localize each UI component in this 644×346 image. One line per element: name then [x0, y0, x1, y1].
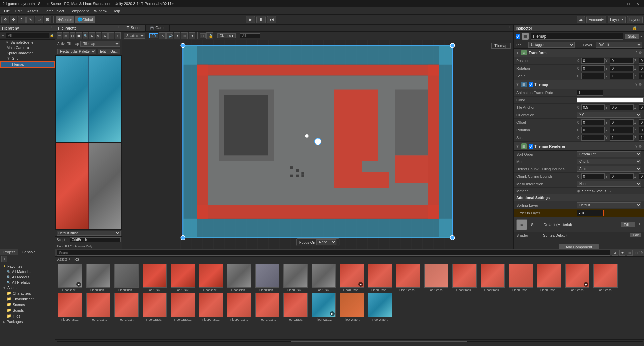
color-swatch[interactable] — [577, 97, 644, 103]
breadcrumb-tiles[interactable]: Tiles — [72, 257, 79, 261]
order-in-layer-input[interactable] — [577, 210, 604, 216]
asset-floorbrick-9[interactable]: FloorBrick... — [282, 264, 309, 292]
tile-anchor-y-input[interactable] — [610, 104, 634, 110]
hierarchy-search-input[interactable] — [6, 33, 49, 38]
inspector-lock-icon[interactable]: 🔒 — [632, 26, 637, 30]
project-packages-header[interactable]: ▶ Packages — [0, 319, 55, 324]
menu-window[interactable]: Window — [91, 8, 110, 14]
light-toggle-btn[interactable]: ☀ — [159, 32, 166, 39]
tilemap-renderer-header[interactable]: ▼ ▦ Tilemap Renderer ? ⚙ — [514, 142, 644, 151]
asset-floorgrass-3[interactable]: FloorGrass... — [423, 264, 450, 292]
scene-canvas[interactable]: Tilemap Focus On None — [122, 40, 513, 249]
pause-button[interactable]: ⏸ — [256, 16, 266, 23]
tilemap-enabled-checkbox[interactable] — [529, 82, 533, 87]
asset-floorgrass-17[interactable]: FloorGrass... — [254, 293, 281, 321]
asset-floorbrick-5[interactable]: FloorBrick... — [169, 264, 196, 292]
snap-btn[interactable]: 🔒 — [206, 32, 213, 39]
pivot-center-button[interactable]: ⊙ Center — [56, 16, 74, 23]
brush-rotate-right-btn[interactable]: ↻ — [102, 32, 108, 39]
menu-help[interactable]: Help — [110, 8, 123, 14]
active-tilemap-select[interactable]: Tilemap — [80, 41, 120, 47]
order-in-layer-row[interactable]: Order in Layer — [514, 209, 644, 217]
2d-view-btn[interactable]: 2D — [149, 33, 158, 38]
layer-select[interactable]: Default — [596, 42, 642, 48]
project-favorites-header[interactable]: ★ Favorites — [0, 263, 55, 269]
tilemap-rotation-y-input[interactable] — [610, 127, 634, 133]
hierarchy-item-tilemap[interactable]: Tilemap — [0, 61, 55, 68]
asset-floorgrass-4[interactable]: FloorGrass... — [451, 264, 478, 292]
mask-interaction-select[interactable]: None — [577, 181, 641, 187]
asset-floorgrass-9[interactable]: FloorGrass... — [592, 264, 619, 292]
brush-flip-h-btn[interactable]: ↔ — [108, 32, 114, 39]
focus-select[interactable]: None — [316, 239, 336, 245]
sorting-layer-select[interactable]: Default — [577, 202, 641, 208]
asset-floorgrass-18[interactable]: FloorGrass... — [282, 293, 309, 321]
add-component-button[interactable]: Add Component — [559, 244, 599, 249]
project-all-materials[interactable]: 🔍 All Materials — [0, 269, 55, 274]
object-name-input[interactable] — [531, 33, 623, 40]
tilemap-rotation-x-input[interactable] — [581, 127, 605, 133]
assets-toolbar-btn-2[interactable]: ★ — [619, 250, 625, 256]
tile-water-2[interactable] — [89, 56, 121, 142]
layers-button[interactable]: Layers ▾ — [608, 16, 626, 23]
hierarchy-item-grid[interactable]: ▼ Grid — [0, 56, 55, 61]
asset-floorbrick-6[interactable]: FloorBrick... — [198, 264, 224, 292]
tab-project[interactable]: Project — [0, 249, 18, 255]
project-scripts[interactable]: 📁 Scripts — [0, 307, 55, 313]
grid-toggle-btn[interactable]: ⊟ — [200, 33, 206, 38]
tilemap-renderer-settings-icon[interactable]: ⚙ — [639, 144, 642, 149]
play-button[interactable]: ▶ — [246, 16, 255, 23]
tile-floor-1[interactable] — [89, 143, 121, 229]
tag-select[interactable]: Untagged — [528, 42, 575, 48]
hierarchy-options-icon[interactable]: ⋮ — [49, 26, 53, 30]
chunk-culling-z-input[interactable] — [639, 173, 644, 179]
position-z-input[interactable] — [639, 58, 644, 64]
project-tiles[interactable]: 📁 Tiles — [0, 313, 55, 319]
scale-tool[interactable]: ⤡ — [26, 16, 34, 23]
brush-pencil-btn[interactable]: ✏ — [57, 32, 62, 39]
hierarchy-item-samplescene[interactable]: ▼ SampleScene — [0, 40, 55, 45]
menu-file[interactable]: File — [1, 8, 13, 14]
step-button[interactable]: ⏭ — [267, 16, 276, 23]
tile-palette-grid[interactable] — [55, 55, 122, 230]
project-all-prefabs[interactable]: 🔍 All Prefabs — [0, 280, 55, 285]
hidden-toggle-btn[interactable]: 👁 — [189, 32, 195, 39]
rotate-tool[interactable]: ↻ — [18, 16, 26, 23]
maximize-button[interactable]: □ — [625, 2, 632, 6]
gizmos-btn[interactable]: Gizmos ▾ — [217, 33, 236, 38]
asset-floorgrass-6[interactable]: FloorGrass... — [507, 264, 534, 292]
chunk-culling-x-input[interactable] — [581, 173, 605, 179]
menu-assets[interactable]: Assets — [24, 8, 41, 14]
rotation-x-input[interactable] — [581, 65, 605, 71]
menu-edit[interactable]: Edit — [13, 8, 24, 14]
anim-frame-rate-input[interactable] — [577, 90, 603, 96]
orientation-select[interactable]: XY — [577, 112, 641, 118]
asset-floorbrick-1[interactable]: ▶ FloorBrick... — [57, 264, 84, 292]
asset-floorgrass-14[interactable]: FloorGrass... — [169, 293, 196, 321]
asset-floorbrick-2[interactable]: FloorBrick... — [85, 264, 112, 292]
material-edit-btn[interactable]: Edit... — [621, 222, 635, 227]
horizontal-scrollbar[interactable] — [57, 341, 643, 342]
project-assets-header[interactable]: ▼ Assets — [0, 285, 55, 290]
brush-marquee-btn[interactable]: ▭ — [63, 32, 69, 39]
audio-toggle-btn[interactable]: 🔊 — [166, 32, 173, 39]
tile-palette-options-icon[interactable]: ⋮ — [116, 26, 120, 30]
brush-flip-v-btn[interactable]: ↕ — [115, 32, 121, 39]
tilemap-comp-header[interactable]: ▼ ▦ Tilemap ? ⚙ — [514, 80, 644, 89]
offset-x-input[interactable] — [581, 119, 605, 125]
project-add-btn[interactable]: + — [1, 256, 7, 262]
asset-floorwater-2[interactable]: FloorWate... — [338, 293, 365, 321]
space-global-button[interactable]: 🌐 Global — [75, 16, 95, 23]
asset-floorgrass-7[interactable]: FloorGrass... — [536, 264, 562, 292]
tilemap-scale-y-input[interactable] — [610, 135, 634, 141]
asset-floorbrick-7[interactable]: FloorBrick... — [226, 264, 253, 292]
project-environment[interactable]: 📁 Environment — [0, 296, 55, 302]
rotation-z-input[interactable] — [639, 65, 644, 71]
detect-chunk-culling-select[interactable]: Auto — [577, 166, 641, 172]
project-characters[interactable]: 📁 Characters — [0, 290, 55, 296]
hierarchy-item-maincamera[interactable]: Main Camera — [0, 45, 55, 50]
palette-edit-btn[interactable]: Edit — [98, 49, 108, 54]
asset-floorgrass-11[interactable]: FloorGrass... — [85, 293, 112, 321]
scale-y-input[interactable] — [610, 73, 634, 79]
palette-type-select[interactable]: Rectangular Palette — [57, 49, 96, 54]
